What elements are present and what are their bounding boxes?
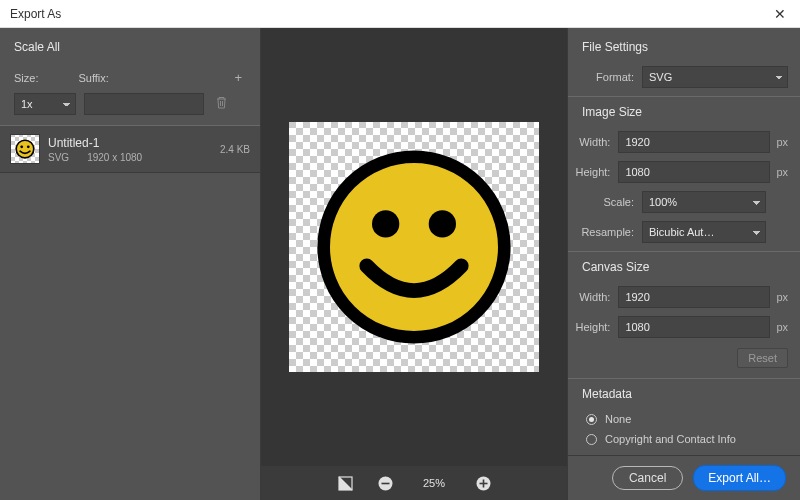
right-panel: File Settings Format: SVG Image Size Wid… bbox=[568, 28, 800, 500]
svg-point-5 bbox=[429, 210, 456, 237]
export-item-text: Untitled-1 SVG 1920 x 1080 bbox=[48, 136, 212, 163]
scale-all-heading: Scale All bbox=[0, 28, 260, 62]
size-select[interactable]: 1x bbox=[14, 93, 76, 115]
image-width-input[interactable] bbox=[618, 131, 770, 153]
reset-button[interactable]: Reset bbox=[737, 348, 788, 368]
canvas-height-label: Height: bbox=[572, 321, 618, 333]
svg-point-2 bbox=[27, 145, 30, 148]
scale-all-labels-row: Size: Suffix: + bbox=[0, 62, 260, 89]
export-item-format: SVG bbox=[48, 152, 69, 163]
image-height-label: Height: bbox=[572, 166, 618, 178]
px-unit: px bbox=[770, 166, 788, 178]
zoom-in-icon[interactable] bbox=[474, 474, 492, 492]
export-item-name: Untitled-1 bbox=[48, 136, 212, 150]
export-item-filesize: 2.4 KB bbox=[220, 144, 250, 155]
left-panel: Scale All Size: Suffix: + 1x bbox=[0, 28, 260, 500]
add-scale-icon[interactable]: + bbox=[230, 68, 246, 87]
image-height-row: Height: px bbox=[568, 157, 800, 187]
image-size-heading: Image Size bbox=[568, 97, 800, 127]
preview-canvas bbox=[289, 122, 539, 372]
svg-point-3 bbox=[324, 157, 505, 338]
format-label: Format: bbox=[572, 71, 642, 83]
canvas-height-row: Height: px bbox=[568, 312, 800, 342]
size-label: Size: bbox=[14, 72, 38, 84]
radio-none-label: None bbox=[605, 413, 631, 425]
svg-point-1 bbox=[20, 145, 23, 148]
file-settings-heading: File Settings bbox=[568, 28, 800, 62]
titlebar: Export As ✕ bbox=[0, 0, 800, 28]
canvas-width-input[interactable] bbox=[618, 286, 770, 308]
image-width-label: Width: bbox=[572, 136, 618, 148]
svg-point-4 bbox=[372, 210, 399, 237]
metadata-heading: Metadata bbox=[568, 379, 800, 409]
px-unit: px bbox=[770, 321, 788, 333]
zoom-out-icon[interactable] bbox=[376, 474, 394, 492]
svg-rect-8 bbox=[381, 482, 389, 484]
canvas-width-label: Width: bbox=[572, 291, 618, 303]
scale-row: Scale: 100% bbox=[568, 187, 800, 217]
canvas-width-row: Width: px bbox=[568, 282, 800, 312]
format-row: Format: SVG bbox=[568, 62, 800, 92]
resample-select[interactable]: Bicubic Aut… bbox=[642, 221, 766, 243]
close-icon[interactable]: ✕ bbox=[768, 4, 792, 24]
export-item-thumbnail bbox=[10, 134, 40, 164]
zoom-bar: 25% bbox=[261, 466, 567, 500]
workspace: Scale All Size: Suffix: + 1x bbox=[0, 28, 800, 500]
svg-point-0 bbox=[16, 140, 34, 158]
zoom-level[interactable]: 25% bbox=[416, 477, 452, 489]
scale-all-values-row: 1x bbox=[0, 89, 260, 125]
suffix-input[interactable] bbox=[84, 93, 204, 115]
metadata-copyright-row[interactable]: Copyright and Contact Info bbox=[568, 429, 800, 449]
px-unit: px bbox=[770, 291, 788, 303]
canvas-size-heading: Canvas Size bbox=[568, 252, 800, 282]
footer: Cancel Export All… bbox=[568, 455, 800, 500]
svg-rect-11 bbox=[482, 479, 484, 487]
compare-toggle-icon[interactable] bbox=[336, 474, 354, 492]
export-all-button[interactable]: Export All… bbox=[693, 465, 786, 491]
px-unit: px bbox=[770, 136, 788, 148]
canvas-height-input[interactable] bbox=[618, 316, 770, 338]
metadata-none-row[interactable]: None bbox=[568, 409, 800, 429]
scale-label: Scale: bbox=[572, 196, 642, 208]
export-item[interactable]: Untitled-1 SVG 1920 x 1080 2.4 KB bbox=[0, 125, 260, 173]
center-panel: 25% bbox=[260, 28, 568, 500]
cancel-button[interactable]: Cancel bbox=[612, 466, 683, 490]
window-title: Export As bbox=[10, 7, 61, 21]
resample-row: Resample: Bicubic Aut… bbox=[568, 217, 800, 247]
export-item-dimensions: 1920 x 1080 bbox=[87, 152, 142, 163]
image-width-row: Width: px bbox=[568, 127, 800, 157]
delete-scale-icon[interactable] bbox=[212, 94, 231, 114]
format-select[interactable]: SVG bbox=[642, 66, 788, 88]
preview-artwork bbox=[309, 142, 519, 352]
suffix-label: Suffix: bbox=[78, 72, 108, 84]
image-height-input[interactable] bbox=[618, 161, 770, 183]
radio-none-icon[interactable] bbox=[586, 414, 597, 425]
radio-copyright-icon[interactable] bbox=[586, 434, 597, 445]
radio-copyright-label: Copyright and Contact Info bbox=[605, 433, 736, 445]
resample-label: Resample: bbox=[572, 226, 642, 238]
scale-select[interactable]: 100% bbox=[642, 191, 766, 213]
preview-area bbox=[261, 28, 567, 466]
